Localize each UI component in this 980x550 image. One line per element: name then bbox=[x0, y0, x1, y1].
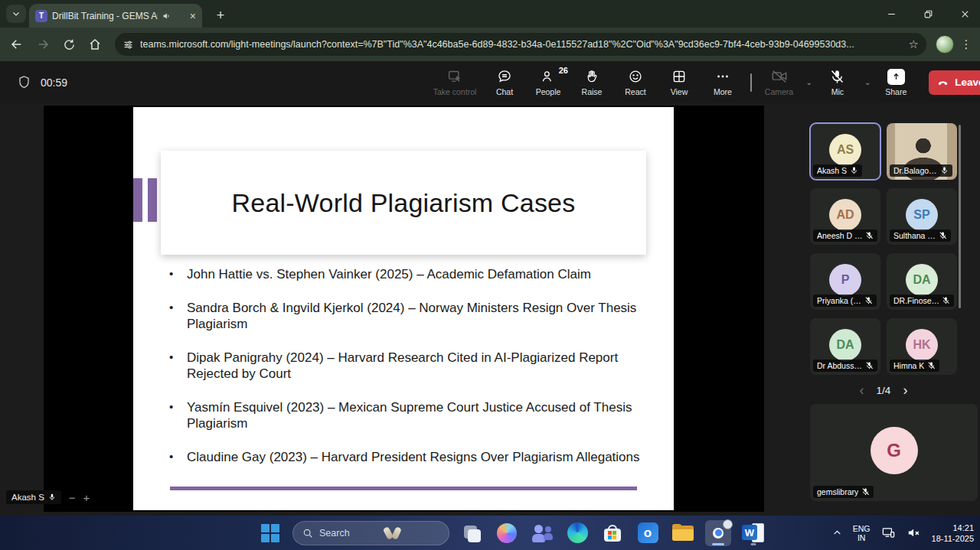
word-button[interactable]: W bbox=[740, 520, 766, 546]
bookmark-star-icon[interactable]: ☆ bbox=[909, 37, 919, 51]
participant-tile[interactable]: HKHimna K bbox=[887, 318, 957, 375]
address-bar[interactable]: teams.microsoft.com/light-meetings/launc… bbox=[115, 33, 926, 56]
profile-avatar[interactable] bbox=[936, 35, 954, 54]
slide-bullet-list: John Hattie vs. Stephen Vainker (2025) –… bbox=[187, 266, 668, 465]
hangup-icon bbox=[936, 76, 949, 89]
people-button[interactable]: 26 People bbox=[530, 68, 567, 96]
outlook-icon: o bbox=[638, 522, 658, 543]
mic-muted-icon bbox=[864, 296, 873, 305]
new-tab-button[interactable]: + bbox=[211, 6, 230, 24]
participant-tile[interactable]: ADAneesh D … bbox=[810, 188, 880, 245]
system-tray: ENGIN 14:2118-11-2025 bbox=[832, 516, 974, 550]
people-icon: 26 bbox=[541, 68, 556, 85]
avatar: DA bbox=[906, 264, 938, 296]
react-button[interactable]: React bbox=[617, 68, 654, 96]
participant-name: Akash S bbox=[817, 166, 847, 175]
cast-icon[interactable] bbox=[881, 526, 896, 540]
file-explorer-button[interactable] bbox=[670, 520, 696, 546]
mic-button[interactable]: Mic bbox=[819, 68, 856, 96]
zoom-in-button[interactable]: + bbox=[83, 491, 90, 504]
share-button[interactable]: Share bbox=[877, 68, 914, 96]
shield-icon bbox=[17, 75, 31, 89]
taskbar-clock[interactable]: 14:2118-11-2025 bbox=[932, 522, 974, 544]
tab-search-button[interactable] bbox=[6, 5, 26, 23]
mic-muted-icon bbox=[829, 68, 845, 85]
participant-tile[interactable]: SPSulthana … bbox=[887, 188, 957, 245]
participant-name-pill: Aneesh D … bbox=[813, 229, 877, 242]
language-indicator[interactable]: ENGIN bbox=[853, 524, 871, 542]
participant-tile[interactable]: DADR.Finose… bbox=[887, 253, 957, 310]
take-control-button[interactable]: Take control bbox=[430, 68, 479, 96]
slide-title-card: Real-World Plagiarism Cases bbox=[161, 151, 646, 255]
participant-name-pill: Priyanka (… bbox=[813, 295, 877, 307]
volume-muted-icon[interactable] bbox=[906, 526, 921, 540]
home-button[interactable] bbox=[84, 34, 106, 55]
site-info-icon[interactable] bbox=[122, 39, 134, 50]
search-icon bbox=[302, 528, 313, 539]
chat-button[interactable]: Chat bbox=[486, 68, 523, 96]
camera-button[interactable]: Camera bbox=[761, 68, 798, 96]
browser-menu-icon[interactable]: ⋮ bbox=[959, 37, 974, 51]
leave-button[interactable]: Leave bbox=[929, 70, 980, 95]
window-close-button[interactable] bbox=[957, 6, 972, 21]
participant-tile[interactable]: DADr Abduss… bbox=[810, 318, 880, 375]
copilot-button[interactable] bbox=[494, 520, 520, 546]
participant-tile[interactable]: ASAkash S bbox=[810, 123, 880, 180]
avatar: P bbox=[829, 264, 861, 296]
chevron-down-icon bbox=[11, 9, 21, 18]
tab-close-icon[interactable]: × bbox=[190, 11, 196, 21]
chat-icon bbox=[497, 68, 512, 85]
view-button[interactable]: View bbox=[661, 68, 697, 96]
mic-muted-icon bbox=[865, 361, 874, 370]
participant-grid: ASAkash SDr.Balago…ADAneesh D …SPSulthan… bbox=[810, 123, 957, 375]
window-minimize-button[interactable] bbox=[884, 6, 899, 21]
zoom-out-button[interactable]: − bbox=[69, 491, 76, 504]
participant-tile[interactable]: PPriyanka (… bbox=[810, 253, 880, 310]
avatar: AD bbox=[829, 199, 861, 231]
chrome-icon bbox=[707, 522, 729, 544]
start-button[interactable] bbox=[257, 520, 283, 546]
more-dots-icon bbox=[715, 68, 730, 85]
slide-bullet: Yasmín Esquivel (2023) – Mexican Supreme… bbox=[187, 399, 668, 431]
task-view-button[interactable] bbox=[459, 520, 485, 546]
participant-rail-scrollbar[interactable] bbox=[959, 125, 961, 308]
mic-icon bbox=[48, 493, 56, 502]
more-button[interactable]: More bbox=[704, 68, 741, 96]
share-icon bbox=[887, 69, 905, 85]
teams-button[interactable] bbox=[529, 520, 555, 546]
participant-name: DR.Finose… bbox=[893, 296, 939, 305]
mic-muted-icon bbox=[927, 361, 936, 370]
pager-next-icon[interactable]: › bbox=[903, 382, 907, 399]
tab-audio-icon[interactable] bbox=[162, 11, 172, 21]
participant-name-pill: gemslibrary bbox=[813, 486, 874, 498]
presenter-name: Akash S bbox=[11, 493, 44, 502]
camera-off-icon bbox=[771, 68, 788, 85]
tray-chevron-icon[interactable] bbox=[832, 528, 842, 538]
back-button[interactable] bbox=[6, 34, 28, 55]
mic-options-chevron[interactable]: ⌄ bbox=[864, 78, 871, 86]
store-button[interactable] bbox=[599, 520, 626, 546]
url-text[interactable]: teams.microsoft.com/light-meetings/launc… bbox=[140, 39, 903, 50]
presenter-overlay: Akash S − + bbox=[6, 490, 90, 504]
camera-options-chevron[interactable]: ⌄ bbox=[806, 78, 812, 86]
participant-name: Dr Abduss… bbox=[817, 361, 862, 370]
taskbar-search[interactable]: Search bbox=[292, 521, 449, 545]
raise-hand-button[interactable]: Raise bbox=[573, 68, 610, 96]
word-icon: W bbox=[742, 522, 765, 543]
edge-button[interactable] bbox=[564, 520, 590, 546]
browser-tab-strip: T DrillBit Training - GEMS Art × + bbox=[0, 0, 980, 28]
window-restore-button[interactable] bbox=[920, 6, 936, 21]
pager-prev-icon[interactable]: ‹ bbox=[860, 382, 864, 399]
view-grid-icon bbox=[671, 68, 687, 85]
spotlight-tile[interactable]: G gemslibrary bbox=[810, 404, 978, 501]
avatar: AS bbox=[829, 134, 861, 166]
mic-icon bbox=[850, 166, 858, 175]
browser-tab[interactable]: T DrillBit Training - GEMS Art × bbox=[29, 4, 202, 28]
participant-tile[interactable]: Dr.Balago… bbox=[887, 123, 957, 180]
reload-button[interactable] bbox=[58, 34, 80, 55]
outlook-button[interactable]: o bbox=[635, 520, 661, 546]
forward-button[interactable] bbox=[32, 34, 54, 55]
chrome-button[interactable] bbox=[705, 520, 731, 546]
participant-name-pill: Dr.Balago… bbox=[890, 164, 952, 177]
participant-name-pill: Dr Abduss… bbox=[813, 360, 877, 372]
